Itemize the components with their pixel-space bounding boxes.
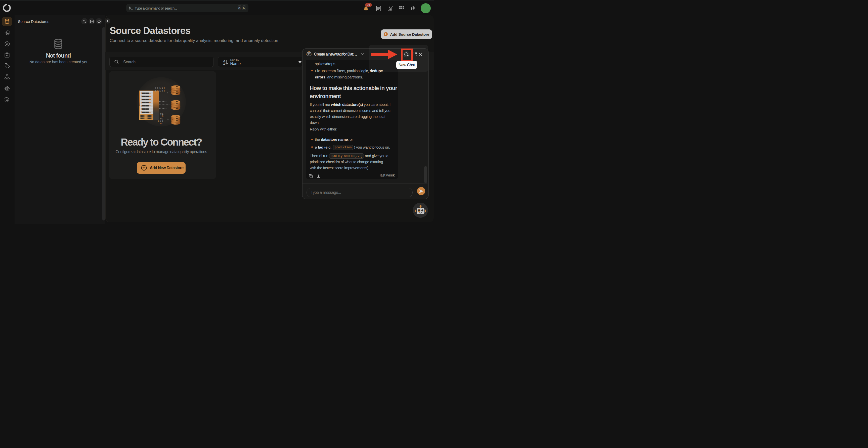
svg-text:A: A	[223, 59, 225, 62]
svg-text:10: 10	[160, 115, 164, 118]
svg-text:01: 01	[160, 122, 164, 125]
svg-text:100: 100	[158, 120, 163, 122]
svg-text:10100: 10100	[155, 90, 166, 92]
svg-text:Z: Z	[223, 62, 225, 65]
svg-text:01: 01	[160, 113, 164, 115]
svg-text:00110: 00110	[155, 87, 166, 89]
svg-text:01: 01	[160, 118, 164, 120]
